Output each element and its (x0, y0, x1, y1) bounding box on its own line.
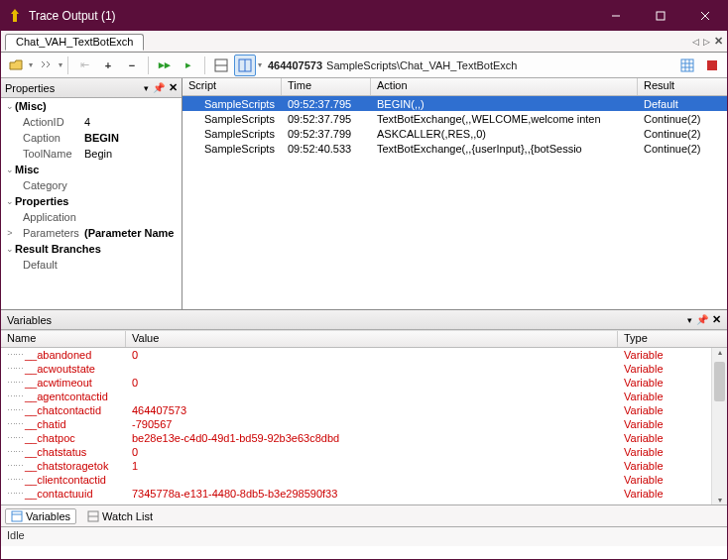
toolbar: ▾ ▾ ⇤ + − ▸▸ ▸ ▾ 464407573SampleScripts\… (1, 53, 727, 78)
breadcrumb: 464407573SampleScripts\Chat_VAH_TextBotE… (268, 59, 517, 71)
variable-row[interactable]: ⋯⋯__abandoned0Variable (1, 348, 727, 362)
trace-header: Script Time Action Result (182, 78, 727, 96)
remove-button[interactable]: − (121, 55, 143, 76)
variables-header: Variables ▾ 📌 ✕ (1, 310, 727, 330)
dropdown-icon[interactable]: ▾ (144, 83, 149, 93)
trace-row[interactable]: SampleScripts09:52:37.795TextBotExchange… (182, 111, 727, 126)
panel-close-icon[interactable]: ✕ (169, 81, 178, 94)
prop-row[interactable]: Application (1, 209, 182, 225)
layout2-button[interactable] (234, 55, 256, 76)
prop-row[interactable]: Category (1, 177, 182, 193)
layout1-button[interactable] (210, 55, 232, 76)
trace-grid: Script Time Action Result SampleScripts0… (182, 78, 727, 309)
variable-row[interactable]: ⋯⋯__chatid-790567Variable (1, 417, 727, 431)
variable-row[interactable]: ⋯⋯__chatpocbe28e13e-c4d0-49d1-bd59-92b3e… (1, 431, 727, 445)
open-button[interactable] (5, 55, 27, 76)
variable-row[interactable]: ⋯⋯__acwoutstateVariable (1, 362, 727, 376)
maximize-button[interactable] (638, 1, 682, 31)
prop-group[interactable]: ⌄Misc (1, 162, 182, 177)
titlebar: Trace Output (1) (1, 1, 727, 31)
trace-row[interactable]: SampleScripts09:52:37.799ASKCALLER(,RES,… (182, 126, 727, 141)
col-type[interactable]: Type (618, 331, 727, 347)
prop-group[interactable]: ⌄(Misc) (1, 98, 182, 114)
col-value[interactable]: Value (126, 331, 618, 347)
col-script[interactable]: Script (182, 78, 282, 95)
step-button[interactable]: ▸ (178, 55, 199, 76)
col-name[interactable]: Name (1, 331, 126, 347)
status-bar: Idle (1, 526, 727, 546)
window-title: Trace Output (1) (29, 9, 593, 23)
prop-row[interactable]: ActionID4 (1, 114, 182, 130)
prop-row[interactable]: >Parameters(Parameter Name (1, 225, 182, 241)
variables-columns: Name Value Type (1, 330, 727, 348)
step-back-button[interactable]: ⇤ (73, 55, 95, 76)
variables-icon (11, 510, 23, 522)
variable-row[interactable]: ⋯⋯__chatstoragetok1Variable (1, 459, 727, 473)
prop-row[interactable]: Default (1, 257, 182, 273)
properties-header: Properties ▾ 📌 ✕ (1, 78, 182, 98)
pin-icon[interactable]: 📌 (696, 314, 708, 325)
variable-row[interactable]: ⋯⋯__contactuuid7345778a-e131-4480-8db5-b… (1, 487, 727, 501)
variable-row[interactable]: ⋯⋯__chatcontactid464407573Variable (1, 403, 727, 417)
tools-button[interactable] (35, 55, 57, 76)
watch-icon (87, 510, 99, 522)
prop-row[interactable]: CaptionBEGIN (1, 130, 182, 146)
tab-next-icon[interactable]: ▷ (703, 37, 710, 47)
tab-variables[interactable]: Variables (5, 508, 76, 524)
svg-rect-13 (707, 60, 717, 70)
run-button[interactable]: ▸▸ (154, 55, 176, 76)
prop-group[interactable]: ⌄Properties (1, 193, 182, 209)
variables-body: ⋯⋯__abandoned0Variable⋯⋯__acwoutstateVar… (1, 348, 727, 504)
col-time[interactable]: Time (282, 78, 371, 95)
pin-icon[interactable]: 📌 (153, 82, 165, 93)
svg-rect-8 (681, 59, 693, 71)
grid-button[interactable] (676, 55, 698, 76)
properties-panel: Properties ▾ 📌 ✕ ⌄(Misc)ActionID4Caption… (1, 78, 182, 309)
variable-row[interactable]: ⋯⋯__acwtimeout0Variable (1, 376, 727, 390)
bottom-tabs: Variables Watch List (1, 504, 727, 526)
variable-row[interactable]: ⋯⋯__agentcontactidVariable (1, 390, 727, 403)
svg-rect-14 (12, 511, 22, 521)
dropdown-icon[interactable]: ▾ (687, 315, 692, 325)
variable-row[interactable]: ⋯⋯__chatstatus0Variable (1, 445, 727, 459)
app-icon (7, 8, 23, 24)
variable-row[interactable]: ⋯⋯__clientcontactidVariable (1, 473, 727, 487)
document-tab[interactable]: Chat_VAH_TextBotExch (5, 34, 144, 51)
prop-group[interactable]: ⌄Result Branches (1, 241, 182, 257)
tab-watch[interactable]: Watch List (82, 509, 158, 523)
tab-close-icon[interactable]: ✕ (714, 35, 723, 48)
add-button[interactable]: + (97, 55, 119, 76)
panel-close-icon[interactable]: ✕ (712, 313, 721, 326)
col-action[interactable]: Action (371, 78, 638, 95)
svg-rect-1 (657, 12, 665, 20)
prop-row[interactable]: ToolNameBegin (1, 146, 182, 162)
tab-prev-icon[interactable]: ◁ (692, 37, 699, 47)
close-button[interactable] (682, 1, 727, 31)
col-result[interactable]: Result (638, 78, 727, 95)
minimize-button[interactable] (593, 1, 638, 31)
record-button[interactable] (701, 55, 723, 76)
scrollbar[interactable]: ▴ ▾ (711, 348, 727, 504)
trace-row[interactable]: SampleScripts09:52:37.795BEGIN(,,)Defaul… (182, 96, 727, 111)
document-tabs: Chat_VAH_TextBotExch ◁ ▷ ✕ (1, 31, 727, 53)
trace-row[interactable]: SampleScripts09:52:40.533TextBotExchange… (182, 141, 727, 156)
